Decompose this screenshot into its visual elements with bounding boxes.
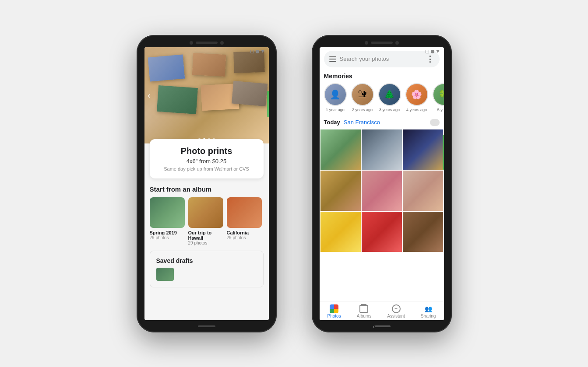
hamburger-line-2 [329, 59, 336, 59]
album-thumb-1 [150, 197, 185, 228]
today-row: Today San Francisco [320, 117, 444, 129]
wifi-icon-r [431, 50, 434, 53]
right-phone: Search your photos ⋮ Memories 👤 1 year a… [312, 35, 452, 332]
right-phone-screen: Search your photos ⋮ Memories 👤 1 year a… [320, 47, 444, 320]
album-name-3: California [227, 230, 262, 235]
nav-item-sharing[interactable]: 👥 Sharing [421, 305, 436, 318]
album-count-2: 29 photos [188, 241, 223, 245]
left-phone: ‹ Photo prints 4x6" from $0.25 Same day … [137, 35, 277, 332]
memory-item-2[interactable]: 🏜 2 years ago [351, 83, 374, 112]
saved-drafts-section[interactable]: Saved drafts [150, 251, 264, 287]
hero-photo-4 [157, 85, 198, 114]
more-icon[interactable]: ⋮ [426, 54, 434, 64]
memories-row: 👤 1 year ago 🏜 2 years ago 🌲 3 years ago [320, 83, 444, 117]
home-pill-left [198, 325, 215, 327]
hamburger-icon[interactable] [329, 56, 336, 62]
battery-icon [261, 50, 264, 53]
grid-photo-8[interactable] [362, 212, 402, 252]
prints-card[interactable]: Photo prints 4x6" from $0.25 Same day pi… [150, 139, 264, 178]
album-name-1: Spring 2019 [150, 230, 185, 235]
cloud-icon[interactable] [430, 119, 440, 126]
prints-price: 4x6" from $0.25 [157, 158, 257, 164]
memory-item-4[interactable]: 🌸 4 years ago [405, 83, 428, 112]
grid-photo-9[interactable] [403, 212, 443, 252]
memory-face-1: 👤 [325, 84, 346, 105]
memory-item-1[interactable]: 👤 1 year ago [324, 83, 347, 112]
nav-photos-label: Photos [327, 314, 341, 318]
right-phone-top-bar [312, 35, 452, 47]
album-item-2[interactable]: Our trip to Hawaii 29 photos [188, 197, 223, 245]
photos-grid [320, 129, 444, 252]
saved-drafts-title: Saved drafts [156, 257, 257, 264]
memory-circle-3: 🌲 [378, 83, 401, 106]
camera-dot-right [220, 41, 224, 45]
camera-dot-r2 [395, 41, 399, 45]
prints-title: Photo prints [157, 146, 257, 156]
memory-circle-4: 🌸 [405, 83, 428, 106]
phones-container: ‹ Photo prints 4x6" from $0.25 Same day … [0, 0, 588, 367]
nav-item-photos[interactable]: Photos [327, 305, 341, 318]
album-item-1[interactable]: Spring 2019 29 photos [150, 197, 185, 245]
nav-sharing-label: Sharing [421, 314, 436, 318]
left-phone-bottom-bar [137, 320, 277, 332]
grid-photo-6[interactable] [403, 171, 443, 211]
memory-label-4: 4 years ago [406, 108, 427, 112]
memory-face-5: 🍀 [433, 84, 444, 105]
nav-albums-label: Albums [357, 314, 371, 318]
battery-icon-r [436, 50, 440, 53]
search-bar[interactable]: Search your photos ⋮ [324, 51, 440, 67]
memory-label-1: 1 year ago [326, 108, 345, 112]
grid-photo-4[interactable] [320, 171, 361, 211]
memory-label-2: 2 years ago [352, 108, 373, 112]
memory-label-3: 3 years ago [379, 108, 400, 112]
memory-face-2: 🏜 [352, 84, 373, 105]
nav-item-assistant[interactable]: Assistant [387, 305, 405, 318]
album-item-3[interactable]: California 29 photos [227, 197, 262, 245]
signal-icon [250, 50, 254, 53]
camera-dot-r [365, 41, 368, 45]
scroll-indicator-right [443, 135, 444, 170]
memory-label-5: 5 yea... [437, 108, 444, 112]
status-icons-right [426, 50, 440, 53]
album-count-1: 29 photos [150, 235, 185, 240]
left-phone-top-bar [137, 35, 277, 47]
grid-photo-7[interactable] [320, 212, 361, 252]
hero-photo-3 [233, 51, 265, 73]
speaker-r [371, 42, 393, 44]
albums-section-label: Start from an album [144, 178, 269, 197]
nav-back-indicator [320, 301, 444, 306]
grid-photo-2[interactable] [362, 129, 402, 170]
hamburger-line-1 [329, 56, 336, 57]
album-thumb-3 [227, 197, 262, 228]
nav-assistant-label: Assistant [387, 314, 405, 318]
hero-photo-6 [231, 80, 267, 106]
hamburger-line-3 [329, 61, 336, 62]
back-arrow-icon[interactable]: ‹ [148, 91, 151, 100]
albums-row: Spring 2019 29 photos Our trip to Hawaii… [144, 197, 269, 245]
memory-item-3[interactable]: 🌲 3 years ago [378, 83, 401, 112]
grid-photo-3[interactable] [403, 129, 443, 170]
swipe-indicator [267, 91, 269, 117]
memory-circle-1: 👤 [324, 83, 347, 106]
memories-label: Memories [320, 71, 444, 83]
hero-photo-1 [148, 54, 184, 81]
prints-subtitle: Same day pick up from Walmart or CVS [157, 166, 257, 171]
left-phone-screen: ‹ Photo prints 4x6" from $0.25 Same day … [144, 47, 269, 320]
status-icons-left [250, 50, 264, 53]
grid-photo-5[interactable] [362, 171, 402, 211]
right-phone-bottom-bar: ‹ [312, 320, 452, 332]
memory-item-5[interactable]: 🍀 5 yea... [433, 83, 444, 112]
today-location: San Francisco [344, 119, 380, 126]
album-count-3: 29 photos [227, 235, 262, 240]
today-label: Today [324, 119, 340, 126]
grid-photo-1[interactable] [320, 129, 361, 170]
camera-dot [190, 41, 193, 45]
album-thumb-2 [188, 197, 223, 228]
draft-thumbnail [156, 268, 174, 281]
memory-circle-5: 🍀 [433, 83, 444, 106]
search-placeholder: Search your photos [340, 56, 423, 62]
signal-icon-r [426, 50, 429, 53]
nav-item-albums[interactable]: Albums [357, 305, 371, 318]
album-name-2: Our trip to Hawaii [188, 230, 223, 241]
prints-hero: ‹ [144, 47, 269, 143]
